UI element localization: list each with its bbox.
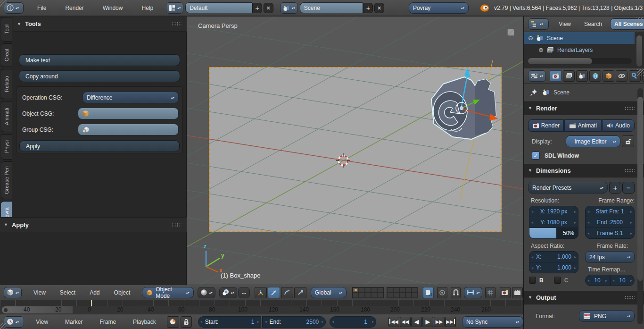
menu-outliner-view[interactable]: View: [553, 21, 576, 27]
display-mode-dropdown[interactable]: Image Editor ▴▾: [566, 135, 620, 147]
apply-csg-button[interactable]: Apply: [19, 140, 180, 152]
play-rendered-audio-button[interactable]: Audio: [602, 119, 635, 132]
layer-cell[interactable]: [365, 287, 371, 293]
render-animation-button[interactable]: Animati: [564, 119, 602, 132]
scene-selector-icon-button[interactable]: ▴▾: [280, 2, 298, 14]
frame-end-prop-field[interactable]: ◂ End :2500 ▸: [585, 217, 635, 228]
resolution-percentage-slider[interactable]: 50%: [529, 228, 578, 239]
region-split-widget[interactable]: [507, 29, 514, 36]
make-text-button[interactable]: Make text: [19, 54, 180, 66]
translate-manipulator-button[interactable]: [268, 287, 280, 298]
layer-cell[interactable]: [377, 293, 383, 298]
time-remap-old-field[interactable]: ◂ 10 ▸: [585, 275, 610, 286]
proportional-edit-dropdown[interactable]: ▴▾: [464, 287, 482, 298]
manipulator-toggle-button[interactable]: [255, 287, 267, 298]
copy-around-button[interactable]: Copy around: [19, 70, 180, 82]
properties-tab-scene[interactable]: [576, 70, 588, 82]
layer-cell[interactable]: [387, 287, 393, 293]
editor-type-selector-properties[interactable]: ▴▾: [528, 70, 546, 82]
time-remap-new-field[interactable]: ◂ 10 ▸: [610, 275, 635, 286]
layer-cell-active[interactable]: [353, 287, 359, 293]
border-checkbox[interactable]: [529, 277, 536, 284]
sync-mode-dropdown[interactable]: No Sync ▴▾: [462, 316, 523, 328]
menu-window[interactable]: Window: [98, 5, 128, 11]
frame-step-field[interactable]: ◂ Frame S:1 ▸: [585, 228, 635, 239]
snap-toggle-button[interactable]: [451, 287, 461, 298]
pivot-point-dropdown[interactable]: ▴▾: [219, 287, 237, 298]
resolution-y-field[interactable]: ◂ Y: 1080 px ▸: [529, 217, 578, 228]
menu-render[interactable]: Render: [60, 5, 89, 11]
transform-orientation-dropdown[interactable]: Global ▴▾: [311, 287, 347, 298]
outliner-v-scrollbar[interactable]: [636, 35, 642, 67]
panel-drag-handle-icon[interactable]: [172, 223, 182, 227]
shelf-tab-tools[interactable]: Tool: [1, 17, 12, 42]
layout-name-field[interactable]: Default: [185, 2, 252, 13]
menu-timeline-frame[interactable]: Frame: [94, 319, 121, 325]
menu-view3d-view[interactable]: View: [28, 289, 51, 296]
pin-icon[interactable]: [530, 89, 537, 96]
crop-checkbox[interactable]: [554, 277, 561, 284]
window-corner-grip[interactable]: [0, 323, 7, 329]
menu-timeline-playback[interactable]: Playback: [128, 319, 161, 325]
layer-cell[interactable]: [371, 293, 377, 298]
add-layout-button[interactable]: +: [252, 3, 262, 13]
render-panel-header[interactable]: ▼ Render: [524, 101, 644, 115]
snap-element-button[interactable]: [485, 287, 495, 298]
next-keyframe-button[interactable]: ▶▶: [434, 317, 445, 327]
outliner-row-scene[interactable]: ⊖ Scene: [524, 32, 635, 44]
area-corner-grip[interactable]: [637, 69, 644, 76]
timeline-scrollbar[interactable]: [2, 306, 73, 313]
scene-lock-button[interactable]: [423, 287, 434, 298]
render-still-button[interactable]: Render: [528, 119, 564, 132]
pivot-align-toggle[interactable]: ↔: [238, 287, 250, 298]
shelf-tab-animation[interactable]: Animati: [1, 101, 12, 132]
frame-start-prop-field[interactable]: ◂ Start Fra: 1 ▸: [585, 206, 635, 217]
editor-type-selector-timeline[interactable]: ▴▾: [4, 316, 24, 328]
frame-end-field[interactable]: ◂ End: 2500 ▸: [262, 316, 326, 328]
delete-layout-button[interactable]: ×: [264, 3, 273, 13]
menu-outliner-search[interactable]: Search: [579, 21, 607, 27]
tools-panel-header[interactable]: ▼ Tools: [13, 17, 187, 32]
add-preset-button[interactable]: +: [609, 182, 621, 194]
shelf-tab-grease-pencil[interactable]: Grease Pen: [1, 161, 12, 199]
properties-tab-render[interactable]: [550, 70, 561, 82]
render-engine-dropdown[interactable]: Povray ▴▾: [409, 2, 469, 14]
scrollbar-thumb[interactable]: [528, 58, 592, 64]
dimensions-panel-header[interactable]: ▼ Dimensions: [524, 164, 644, 177]
display-lock-button[interactable]: [622, 135, 634, 147]
properties-tab-render-layers[interactable]: [563, 70, 575, 82]
panel-drag-handle-icon[interactable]: [624, 295, 635, 300]
outliner-row-renderlayers[interactable]: ⊕ RenderLayers: [524, 44, 644, 56]
layer-cell[interactable]: [412, 293, 418, 298]
frame-start-field[interactable]: ◂ Start: 1 ▸: [198, 316, 262, 328]
jump-to-end-button[interactable]: ▶▶: [445, 317, 456, 327]
shelf-tab-physics[interactable]: Physi: [1, 134, 12, 160]
menu-help[interactable]: Help: [136, 5, 158, 11]
layer-cell[interactable]: [387, 293, 393, 298]
layer-cell[interactable]: [393, 287, 399, 293]
layers-widget[interactable]: [352, 287, 418, 298]
keying-lock-button[interactable]: [181, 316, 192, 328]
add-scene-button[interactable]: +: [363, 3, 373, 13]
viewport-shading-dropdown[interactable]: ▴▾: [198, 287, 215, 298]
layer-cell[interactable]: [365, 293, 371, 298]
panel-drag-handle-icon[interactable]: [624, 106, 635, 110]
output-panel-header[interactable]: ▼ Output: [524, 291, 644, 304]
operation-csg-dropdown[interactable]: Difference ▴▾: [83, 92, 179, 103]
menu-view3d-add[interactable]: Add: [84, 289, 105, 296]
expand-icon[interactable]: ⊕: [538, 46, 544, 53]
area-corner-grip[interactable]: [636, 17, 643, 24]
properties-v-scrollbar[interactable]: [637, 88, 643, 324]
layer-cell[interactable]: [359, 293, 365, 298]
apply-panel-header[interactable]: ▼ Apply: [0, 217, 187, 232]
delete-scene-button[interactable]: ×: [374, 3, 384, 13]
layer-cell[interactable]: [405, 287, 412, 293]
outliner-h-scrollbar[interactable]: [528, 58, 632, 64]
collapse-icon[interactable]: ⊖: [528, 34, 533, 42]
layer-cell[interactable]: [399, 293, 405, 298]
menu-view3d-select[interactable]: Select: [55, 289, 81, 296]
shelf-tab-create[interactable]: Creat: [1, 43, 12, 67]
auto-keyframe-record-button[interactable]: [167, 316, 179, 328]
interaction-mode-dropdown[interactable]: Object Mode ▴▾: [142, 287, 194, 298]
properties-tab-world[interactable]: [589, 70, 601, 82]
